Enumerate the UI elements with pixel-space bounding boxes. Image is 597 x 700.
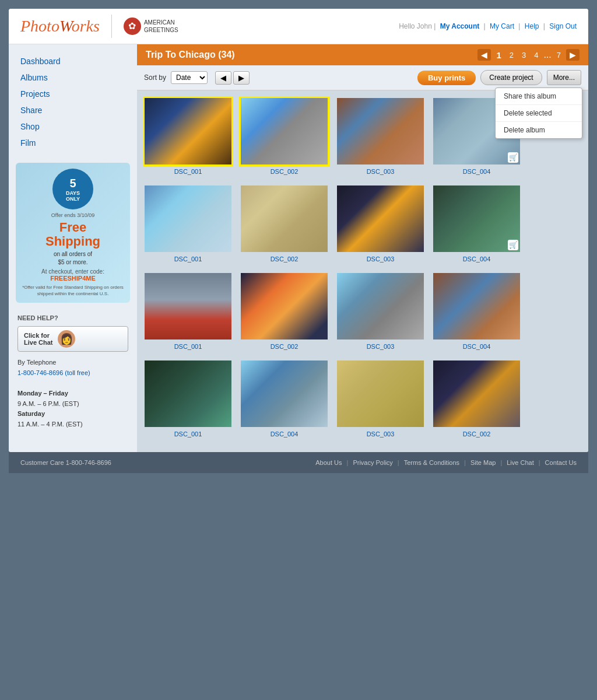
photo-row-4: DSC_001 DSC_004 DSC_003 [143,359,582,438]
nav-sep-3: | [543,22,547,30]
grid-next-button[interactable]: ▶ [233,71,250,85]
body-wrapper: Dashboard Albums Projects Share Shop Fil… [9,44,588,452]
photo-thumb[interactable] [335,271,426,341]
terms-link[interactable]: Terms & Conditions [404,459,459,466]
photo-label: DSC_004 [239,430,329,438]
page-3-link[interactable]: 3 [519,50,529,60]
add-to-cart-icon[interactable]: 🛒 [508,152,518,163]
about-us-link[interactable]: About Us [315,459,342,466]
list-item: DSC_003 [335,184,426,262]
weekday-label: Monday – Friday [17,388,128,399]
photo-label: DSC_001 [143,168,233,175]
phone-info: By Telephone 1-800-746-8696 (toll free) … [17,358,128,429]
pagination: ◀ 1 2 3 4 ... 7 ▶ [477,49,580,61]
photo-thumb[interactable] [335,359,426,429]
photo-label: DSC_001 [143,430,233,438]
add-to-cart-icon[interactable]: 🛒 [508,240,518,250]
photo-thumb[interactable] [239,271,329,341]
contact-us-link[interactable]: Contact Us [545,459,577,466]
list-item: DSC_003 [335,359,426,438]
photo-label: DSC_002 [239,168,329,175]
photo-thumb[interactable] [143,271,233,341]
delete-selected-link[interactable]: Delete selected [496,105,582,122]
my-cart-link[interactable]: My Cart [490,22,514,30]
share-album-link[interactable]: Share this album [496,88,582,105]
chat-avatar-icon: 👩 [58,330,75,348]
photo-image [241,360,328,427]
sidebar-item-dashboard[interactable]: Dashboard [9,53,137,69]
photo-thumb[interactable] [431,271,522,341]
page-2-link[interactable]: 2 [507,50,517,60]
privacy-policy-link[interactable]: Privacy Policy [353,459,392,466]
more-dropdown-menu: Share this album Delete selected Delete … [495,88,582,139]
live-chat-button[interactable]: Click forLive Chat 👩 [17,326,128,352]
photo-thumb[interactable] [335,96,426,166]
photo-thumb[interactable] [143,359,233,429]
page-4-link[interactable]: 4 [531,50,541,60]
buy-prints-button[interactable]: Buy prints [417,71,476,85]
nav-sep-2: | [518,22,522,30]
sidebar: Dashboard Albums Projects Share Shop Fil… [9,44,137,452]
photo-image [241,98,328,164]
delete-album-link[interactable]: Delete album [496,122,582,138]
sign-out-link[interactable]: Sign Out [549,22,577,30]
nav-sep-1: | [484,22,487,30]
sidebar-item-share[interactable]: Share [9,102,137,118]
my-account-link[interactable]: My Account [440,22,480,30]
photo-label: DSC_001 [143,256,233,262]
toolbar: Sort by Date Name Size ◀ ▶ Buy prints Cr… [137,65,588,90]
help-link[interactable]: Help [525,22,539,30]
photo-label: DSC_002 [431,430,522,438]
prev-page-button[interactable]: ◀ [477,49,491,61]
photo-image [241,186,328,252]
ad-offer-ends: Offer ends 3/10/09 [22,212,124,218]
photo-label: DSC_004 [431,256,522,262]
greeting-text: Hello John | [399,22,436,30]
saturday-hours: 11 A.M. – 4 P.M. (EST) [17,419,128,430]
page-7-link[interactable]: 7 [554,50,564,60]
sidebar-item-shop[interactable]: Shop [9,118,137,135]
grid-prev-button[interactable]: ◀ [215,71,231,85]
photo-image [145,186,231,252]
photo-thumb[interactable] [239,184,329,254]
site-map-link[interactable]: Site Map [470,459,496,466]
photo-thumb[interactable] [239,96,329,166]
photo-label: DSC_003 [335,168,426,175]
page-wrapper: PhotoWorks ✿ AMERICAN GREETINGS Hello Jo… [0,0,597,482]
next-page-button[interactable]: ▶ [566,49,580,61]
more-button[interactable]: More... [547,70,581,85]
photo-image [433,186,520,252]
sidebar-item-projects[interactable]: Projects [9,86,137,102]
photo-image [337,273,424,340]
photo-label: DSC_003 [335,343,426,350]
logo-divider [111,15,112,38]
footer: Customer Care 1-800-746-8696 About Us | … [9,452,588,473]
photo-row-3: DSC_001 DSC_002 DSC_003 [143,271,582,350]
list-item: DSC_003 [335,96,426,175]
photo-thumb[interactable] [143,184,233,254]
photo-thumb[interactable] [143,96,233,166]
photo-thumb[interactable] [335,184,426,254]
sidebar-item-albums[interactable]: Albums [9,69,137,86]
photo-label: DSC_002 [239,256,329,262]
page-1-link[interactable]: 1 [493,50,504,61]
list-item: DSC_001 [143,271,233,350]
photo-thumb[interactable]: 🛒 [431,184,522,254]
need-help-section: NEED HELP? Click forLive Chat 👩 By Telep… [9,309,137,435]
photo-label: DSC_004 [431,168,522,175]
list-item: DSC_001 [143,96,233,175]
live-chat-footer-link[interactable]: Live Chat [507,459,533,466]
sidebar-item-film[interactable]: Film [9,135,137,151]
photo-label: DSC_001 [143,343,233,350]
photo-thumb[interactable] [239,359,329,429]
ad-subtitle-2: $5 or more. [22,259,124,265]
phone-number: 1-800-746-8696 (toll free) [17,368,128,379]
ad-title: Free Shipping [22,220,124,249]
photo-image [433,360,520,429]
sort-select[interactable]: Date Name Size [171,71,208,84]
photo-thumb[interactable] [431,359,522,429]
create-project-button[interactable]: Create project [480,70,542,85]
sort-label: Sort by [144,74,166,82]
list-item: DSC_004 [431,271,522,350]
list-item: DSC_002 [239,184,329,262]
